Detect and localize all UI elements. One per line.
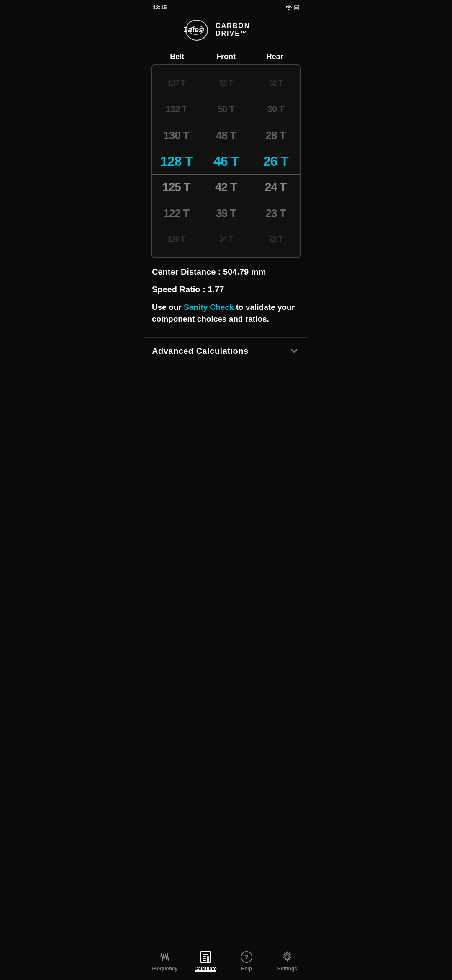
front-item-5[interactable]: 39 T bbox=[201, 200, 251, 226]
belt-item-6[interactable]: 120 T bbox=[152, 226, 201, 252]
svg-point-0 bbox=[288, 9, 290, 10]
svg-text:CARBON: CARBON bbox=[216, 22, 250, 29]
rear-item-1[interactable]: 30 T bbox=[251, 96, 300, 122]
rear-item-2[interactable]: 28 T bbox=[251, 122, 300, 148]
svg-text:·: · bbox=[210, 25, 212, 32]
svg-text:Gates: Gates bbox=[184, 26, 203, 34]
svg-text:DRIVE™: DRIVE™ bbox=[216, 30, 248, 37]
rear-column[interactable]: 32 T 30 T 28 T 26 T 24 T 23 T 22 T bbox=[251, 70, 300, 252]
logo-container: Gates · CARBON DRIVE™ bbox=[144, 13, 308, 50]
sanity-check-text: Use our Sanity Check to validate your co… bbox=[152, 302, 300, 325]
belt-item-3[interactable]: 128 T bbox=[152, 148, 201, 174]
picker-rows: 137 T 132 T 130 T 128 T 125 T 122 T 120 … bbox=[152, 70, 300, 252]
speed-ratio: Speed Ratio : 1.77 bbox=[152, 284, 300, 295]
chevron-svg bbox=[289, 346, 299, 356]
gates-logo: Gates · CARBON DRIVE™ bbox=[184, 19, 268, 42]
status-bar: 12:15 bbox=[144, 0, 308, 13]
front-item-4[interactable]: 42 T bbox=[201, 174, 251, 200]
time: 12:15 bbox=[153, 4, 167, 10]
rear-item-6[interactable]: 22 T bbox=[251, 226, 300, 252]
front-item-6[interactable]: 34 T bbox=[201, 226, 251, 252]
belt-item-2[interactable]: 130 T bbox=[152, 122, 201, 148]
svg-rect-2 bbox=[296, 5, 298, 5]
picker-container[interactable]: 137 T 132 T 130 T 128 T 125 T 122 T 120 … bbox=[151, 64, 301, 258]
column-headers: Belt Front Rear bbox=[144, 50, 308, 64]
rear-item-5[interactable]: 23 T bbox=[251, 200, 300, 226]
front-item-1[interactable]: 50 T bbox=[201, 96, 251, 122]
rear-item-3[interactable]: 26 T bbox=[251, 148, 300, 174]
belt-item-4[interactable]: 125 T bbox=[152, 174, 201, 200]
rear-item-4[interactable]: 24 T bbox=[251, 174, 300, 200]
status-icons bbox=[285, 5, 299, 10]
rear-item-0[interactable]: 32 T bbox=[251, 70, 300, 96]
info-section: Center Distance : 504.79 mm Speed Ratio … bbox=[144, 258, 308, 337]
front-item-0[interactable]: 52 T bbox=[201, 70, 251, 96]
belt-column[interactable]: 137 T 132 T 130 T 128 T 125 T 122 T 120 … bbox=[152, 70, 201, 252]
sanity-prefix: Use our bbox=[152, 303, 184, 312]
belt-item-1[interactable]: 132 T bbox=[152, 96, 201, 122]
front-item-3[interactable]: 46 T bbox=[201, 148, 251, 174]
svg-rect-3 bbox=[295, 7, 298, 9]
front-column[interactable]: 52 T 50 T 48 T 46 T 42 T 39 T 34 T bbox=[201, 70, 251, 252]
advanced-calculations[interactable]: Advanced Calculations bbox=[144, 337, 308, 364]
belt-header: Belt bbox=[153, 52, 202, 61]
rear-header: Rear bbox=[250, 52, 299, 61]
front-item-2[interactable]: 48 T bbox=[201, 122, 251, 148]
belt-item-5[interactable]: 122 T bbox=[152, 200, 201, 226]
front-header: Front bbox=[202, 52, 251, 61]
sanity-check-link[interactable]: Sanity Check bbox=[184, 303, 234, 312]
belt-item-0[interactable]: 137 T bbox=[152, 70, 201, 96]
advanced-calc-label: Advanced Calculations bbox=[152, 346, 249, 356]
center-distance: Center Distance : 504.79 mm bbox=[152, 266, 300, 277]
chevron-down-icon[interactable] bbox=[288, 345, 300, 357]
